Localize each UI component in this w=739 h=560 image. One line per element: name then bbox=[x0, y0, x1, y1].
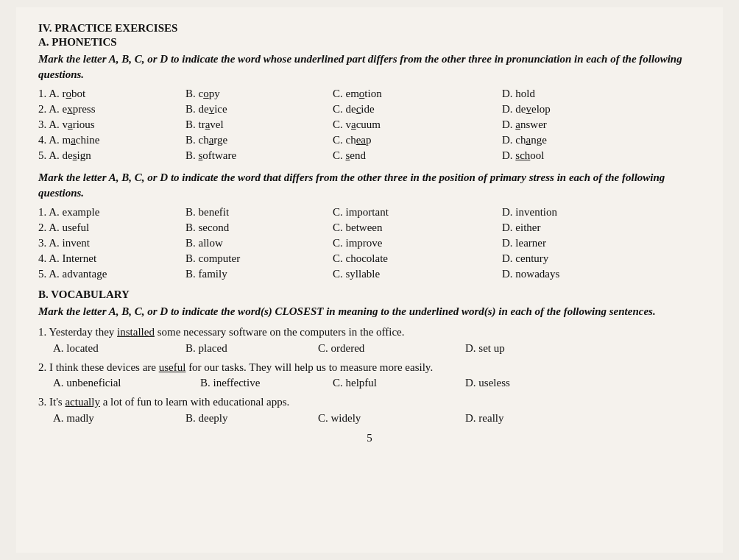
phonetics-q5-row: 5. A. design B. software C. send D. scho… bbox=[38, 149, 701, 163]
vocabulary-section: B. VOCABULARY Mark the letter A, B, C, o… bbox=[38, 288, 701, 425]
underline-various-a: a bbox=[68, 118, 73, 130]
phonetics-q1-c: C. emotion bbox=[333, 87, 502, 101]
vocab-q3-post: a lot of fun to learn with educational a… bbox=[100, 396, 289, 408]
vocab-q1-b: B. placed bbox=[185, 342, 318, 355]
vocab-q3-answers: A. madly B. deeply C. widely D. really bbox=[38, 412, 701, 425]
underline-machine-a: a bbox=[71, 134, 76, 146]
phonetics-q2-a: 2. A. express bbox=[38, 102, 185, 116]
stress-q4-b: B. computer bbox=[185, 252, 333, 266]
instruction1: Mark the letter A, B, C, or D to indicat… bbox=[38, 52, 701, 82]
stress-q3-b: B. allow bbox=[185, 236, 333, 250]
vocab-q1-d: D. set up bbox=[465, 342, 598, 355]
underline-software-s: s bbox=[199, 149, 203, 161]
instruction2: Mark the letter A, B, C, or D to indicat… bbox=[38, 170, 701, 201]
vocab-q1-post: some necessary software on the computers… bbox=[155, 326, 405, 338]
vocab-q2-b: B. ineffective bbox=[200, 377, 333, 389]
section-iv: IV. PRACTICE EXERCISES A. PHONETICS Mark… bbox=[38, 22, 701, 163]
stress-q5-b: B. family bbox=[185, 267, 333, 281]
stress-q1-a: 1. A. example bbox=[38, 205, 185, 219]
phonetics-q1-d: D. hold bbox=[502, 87, 649, 101]
stress-q4-a: 4. A. Internet bbox=[38, 252, 185, 266]
vocab-q2-pre: 2. I think these devices are bbox=[38, 361, 159, 373]
stress-q5-c: C. syllable bbox=[333, 267, 502, 281]
underline-cheap-ea: ea bbox=[356, 134, 366, 146]
stress-q4-c: C. chocolate bbox=[333, 252, 502, 266]
underline-develop-v: v bbox=[526, 103, 532, 115]
vocab-q3-text: 3. It's actually a lot of fun to learn w… bbox=[38, 394, 701, 411]
phonetics-q4-a: 4. A. machine bbox=[38, 133, 185, 147]
phonetics-q2-b: B. device bbox=[185, 102, 333, 116]
stress-q2-d: D. either bbox=[502, 221, 649, 235]
underline-charge-a: a bbox=[209, 134, 214, 146]
phonetics-q3-c: C. vacuum bbox=[333, 118, 502, 132]
vocab-q3-d: D. really bbox=[465, 412, 598, 425]
instruction3: Mark the letter A, B, C, or D to indicat… bbox=[38, 304, 701, 319]
phonetics-q1-a: 1. A. robot bbox=[38, 87, 185, 101]
vocab-q3-underlined: actually bbox=[65, 396, 99, 408]
phonetics-q4-c: C. cheap bbox=[333, 133, 502, 147]
vocab-q1-underlined: installed bbox=[117, 326, 155, 338]
phonetics-q4-b: B. charge bbox=[185, 133, 333, 147]
phonetics-q5-c: C. send bbox=[333, 149, 502, 163]
stress-q4-d: D. century bbox=[502, 252, 649, 266]
vocab-q2-underlined: useful bbox=[159, 361, 186, 373]
phonetics-q2-d: D. develop bbox=[502, 102, 649, 116]
stress-q5-row: 5. A. advantage B. family C. syllable D.… bbox=[38, 267, 701, 281]
vocab-q1-c: C. ordered bbox=[318, 342, 465, 355]
underline-robot-o: o bbox=[66, 88, 72, 99]
underline-decide-c: c bbox=[356, 103, 361, 115]
stress-q2-b: B. second bbox=[185, 221, 333, 235]
underline-emotion-o: o bbox=[359, 88, 365, 99]
vocab-q1-pre: 1. Yesterday they bbox=[38, 326, 117, 338]
stress-q3-c: C. improve bbox=[333, 236, 502, 250]
vocab-q3-a: A. madly bbox=[53, 412, 185, 425]
stress-q5-a: 5. A. advantage bbox=[38, 267, 185, 281]
stress-section: Mark the letter A, B, C, or D to indicat… bbox=[38, 170, 701, 281]
page: IV. PRACTICE EXERCISES A. PHONETICS Mark… bbox=[16, 7, 723, 553]
stress-q4-row: 4. A. Internet B. computer C. chocolate … bbox=[38, 252, 701, 266]
stress-q1-d: D. invention bbox=[502, 205, 649, 219]
vocab-q3-b: B. deeply bbox=[185, 412, 318, 425]
stress-q1-c: C. important bbox=[333, 205, 502, 219]
vocab-q3-pre: 3. It's bbox=[38, 396, 65, 408]
underline-copy-o: o bbox=[203, 88, 209, 99]
iv-heading: IV. PRACTICE EXERCISES bbox=[38, 22, 701, 35]
phonetics-q5-a: 5. A. design bbox=[38, 149, 185, 163]
phonetics-q1-b: B. copy bbox=[185, 87, 333, 101]
phonetics-q5-b: B. software bbox=[185, 149, 333, 163]
vocab-q2-d: D. useless bbox=[465, 377, 583, 389]
stress-q3-d: D. learner bbox=[502, 236, 649, 250]
underline-design-s: s bbox=[73, 149, 77, 161]
b-heading: B. VOCABULARY bbox=[38, 288, 701, 301]
phonetics-q4-row: 4. A. machine B. charge C. cheap D. chan… bbox=[38, 133, 701, 147]
vocab-q2-post: for our tasks. They will help us to meas… bbox=[185, 361, 433, 373]
stress-q2-c: C. between bbox=[333, 221, 502, 235]
vocab-q1-a: A. located bbox=[53, 342, 185, 355]
stress-q2-row: 2. A. useful B. second C. between D. eit… bbox=[38, 221, 701, 235]
stress-q1-b: B. benefit bbox=[185, 205, 333, 219]
vocab-q2-text: 2. I think these devices are useful for … bbox=[38, 359, 701, 376]
phonetics-q2-row: 2. A. express B. device C. decide D. dev… bbox=[38, 102, 701, 116]
underline-travel-a: a bbox=[205, 118, 211, 130]
vocab-q3-c: C. widely bbox=[318, 412, 465, 425]
phonetics-q3-a: 3. A. various bbox=[38, 118, 185, 132]
stress-q3-row: 3. A. invent B. allow C. improve D. lear… bbox=[38, 236, 701, 250]
underline-vacuum-a: a bbox=[351, 118, 356, 130]
underline-answer-a: a bbox=[515, 118, 520, 130]
underline-device-v: v bbox=[209, 103, 215, 115]
phonetics-q3-b: B. travel bbox=[185, 118, 333, 132]
vocab-q2-c: C. helpful bbox=[333, 377, 465, 389]
page-number: 5 bbox=[38, 432, 701, 444]
a-heading: A. PHONETICS bbox=[38, 36, 701, 49]
underline-express-x: x bbox=[67, 103, 73, 115]
phonetics-q5-d: D. school bbox=[502, 149, 649, 163]
phonetics-q2-c: C. decide bbox=[333, 102, 502, 116]
phonetics-q4-d: D. change bbox=[502, 133, 649, 147]
phonetics-q3-d: D. answer bbox=[502, 118, 649, 132]
underline-school-sch: sch bbox=[515, 149, 530, 161]
vocab-q1-answers: A. located B. placed C. ordered D. set u… bbox=[38, 342, 701, 355]
phonetics-q1-row: 1. A. robot B. copy C. emotion D. hold bbox=[38, 87, 701, 101]
stress-q1-row: 1. A. example B. benefit C. important D.… bbox=[38, 205, 701, 219]
underline-send-s: s bbox=[346, 149, 350, 161]
vocab-q1-text: 1. Yesterday they installed some necessa… bbox=[38, 324, 701, 341]
